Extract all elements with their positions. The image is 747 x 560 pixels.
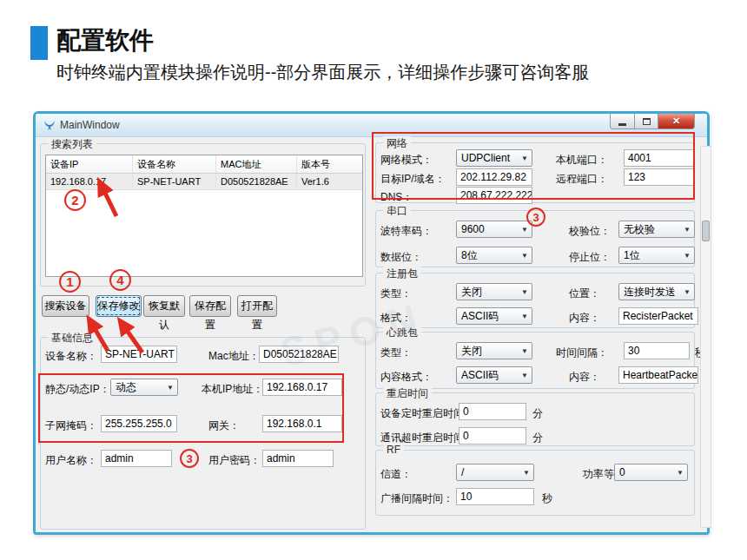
heartbeat-type-select[interactable]: 关闭 ▼: [456, 342, 532, 359]
power-level-value: 0: [619, 466, 625, 478]
device-table: 设备IP 设备名称 MAC地址 版本号 192.168.0.17 SP-NET-…: [45, 155, 363, 277]
annotation-rect-network: [372, 132, 695, 200]
timeout-restart-input[interactable]: 0: [459, 427, 526, 445]
table-row[interactable]: 192.168.0.17 SP-NET-UART D050521828AE Ve…: [46, 174, 362, 190]
channel-select[interactable]: / ▼: [456, 464, 534, 481]
close-icon: ✕: [672, 115, 680, 127]
annotation-badge-1: 1: [59, 271, 81, 293]
broadcast-interval-label: 广播间隔时间：: [380, 491, 453, 506]
device-name-label: 设备名称：: [45, 349, 97, 364]
chevron-down-icon: ▼: [684, 226, 691, 234]
table-header-row: 设备IP 设备名称 MAC地址 版本号: [46, 155, 362, 174]
register-type-select[interactable]: 关闭 ▼: [456, 283, 532, 300]
cell-mac: D050521828AE: [216, 174, 297, 189]
column-header-device-name[interactable]: 设备名称: [133, 155, 216, 173]
password-input[interactable]: admin: [262, 450, 334, 467]
page: 配置软件 时钟终端内置模块操作说明--部分界面展示，详细操作步骤可咨询客服 Ma…: [0, 0, 747, 560]
data-bits-value: 8位: [461, 249, 478, 261]
username-label: 用户名称：: [45, 453, 97, 468]
restore-default-button[interactable]: 恢复默认: [143, 295, 185, 317]
broadcast-interval-input[interactable]: 10: [456, 488, 534, 505]
window-controls: ✕: [610, 114, 695, 129]
search-device-button[interactable]: 搜索设备: [42, 295, 89, 317]
chevron-down-icon: ▼: [521, 288, 528, 296]
annotation-badge-3-left: 3: [180, 449, 199, 468]
chevron-down-icon: ▼: [677, 469, 684, 477]
parity-label: 校验位：: [569, 224, 611, 239]
username-input[interactable]: admin: [101, 450, 172, 467]
register-type-value: 关闭: [461, 286, 482, 298]
page-title: 配置软件: [56, 24, 154, 57]
maximize-button[interactable]: [635, 114, 658, 129]
register-format-select[interactable]: ASCII码 ▼: [456, 307, 532, 325]
save-changes-button[interactable]: 保存修改: [96, 295, 142, 317]
minimize-icon: [618, 123, 626, 126]
heartbeat-interval-label: 时间间隔：: [556, 346, 608, 360]
scheduled-restart-input[interactable]: 0: [459, 403, 526, 420]
app-icon: [43, 118, 56, 132]
chevron-down-icon: ▼: [521, 226, 528, 234]
scrollbar[interactable]: [700, 146, 711, 528]
cell-device-ip: 192.168.0.17: [46, 174, 133, 189]
chevron-down-icon: ▼: [521, 372, 528, 379]
column-header-mac[interactable]: MAC地址: [216, 155, 297, 173]
register-format-label: 格式：: [380, 311, 412, 326]
register-position-select[interactable]: 连接时发送 ▼: [618, 283, 695, 300]
channel-value: /: [461, 466, 464, 478]
parity-value: 无校验: [624, 223, 655, 235]
save-config-button[interactable]: 保存配置: [189, 295, 231, 317]
power-level-select[interactable]: 0 ▼: [614, 464, 688, 481]
parity-select[interactable]: 无校验 ▼: [618, 221, 695, 238]
chevron-down-icon: ▼: [523, 469, 530, 477]
groupbox-basic-info-label: 基础信息: [48, 331, 96, 346]
annotation-badge-4: 4: [109, 269, 131, 291]
data-bits-label: 数据位：: [380, 250, 422, 265]
mac-input[interactable]: D050521828AE: [259, 346, 339, 363]
heartbeat-content-input[interactable]: HeartbeatPacke: [618, 366, 698, 384]
heartbeat-content-label: 内容：: [569, 370, 600, 385]
stop-bits-label: 停止位：: [569, 250, 611, 265]
chevron-down-icon: ▼: [521, 347, 528, 355]
maximize-icon: [643, 118, 651, 125]
annotation-badge-3-right: 3: [526, 208, 545, 227]
column-header-device-ip[interactable]: 设备IP: [46, 155, 133, 173]
register-format-value: ASCII码: [461, 310, 499, 322]
cell-device-name: SP-NET-UART: [133, 174, 216, 189]
password-label: 用户密码：: [208, 453, 261, 468]
register-position-label: 位置：: [569, 287, 600, 301]
scheduled-restart-unit: 分: [532, 406, 543, 421]
groupbox-heartbeat-label: 心跳包: [383, 326, 421, 340]
device-name-input[interactable]: SP-NET-UART: [101, 346, 177, 363]
cell-version: Ver1.6: [297, 174, 362, 189]
groupbox-rf-label: RF: [383, 444, 404, 456]
baud-value: 9600: [461, 223, 485, 235]
heartbeat-format-value: ASCII码: [461, 369, 499, 381]
heartbeat-format-select[interactable]: ASCII码 ▼: [456, 366, 532, 384]
scrollbar-thumb[interactable]: [702, 221, 710, 241]
baud-select[interactable]: 9600 ▼: [456, 221, 532, 238]
register-content-label: 内容：: [569, 311, 600, 326]
data-bits-select[interactable]: 8位 ▼: [456, 247, 532, 264]
heartbeat-interval-input[interactable]: 30: [624, 342, 690, 359]
annotation-rect-ip: [38, 373, 344, 443]
stop-bits-select[interactable]: 1位 ▼: [618, 247, 695, 264]
chevron-down-icon: ▼: [521, 252, 528, 260]
page-subtitle: 时钟终端内置模块操作说明--部分界面展示，详细操作步骤可咨询客服: [56, 61, 589, 84]
register-type-label: 类型：: [380, 287, 412, 301]
groupbox-restart-label: 重启时间: [383, 386, 432, 401]
timeout-restart-unit: 分: [532, 431, 543, 445]
chevron-down-icon: ▼: [684, 288, 691, 296]
heartbeat-type-value: 关闭: [461, 345, 482, 357]
mac-label: Mac地址：: [208, 349, 260, 364]
groupbox-register-packet-label: 注册包: [383, 267, 421, 281]
header-accent-bar: [30, 26, 48, 60]
register-content-input[interactable]: RecisterPacket: [618, 307, 698, 325]
baud-label: 波特率码：: [380, 224, 433, 239]
register-position-value: 连接时发送: [624, 286, 676, 298]
minimize-button[interactable]: [610, 114, 635, 129]
column-header-version[interactable]: 版本号: [297, 155, 362, 173]
open-config-button[interactable]: 打开配置: [237, 295, 277, 317]
close-button[interactable]: ✕: [658, 114, 695, 129]
broadcast-interval-unit: 秒: [542, 491, 552, 506]
channel-label: 信道：: [380, 467, 412, 482]
